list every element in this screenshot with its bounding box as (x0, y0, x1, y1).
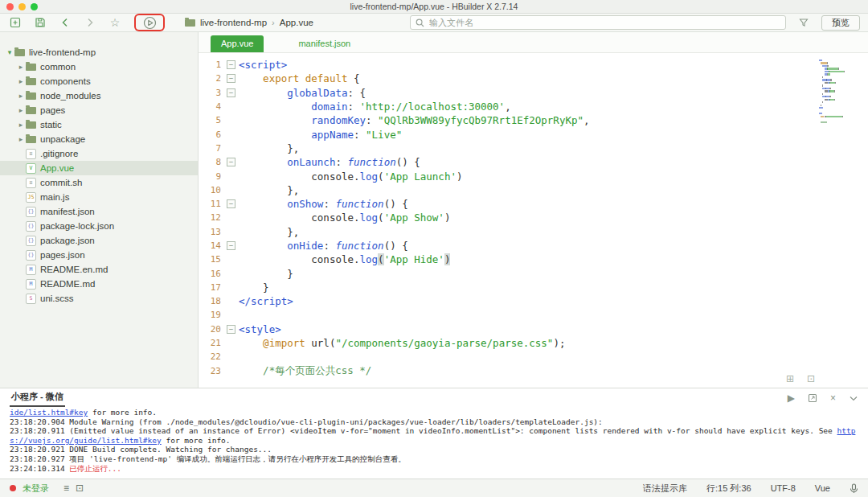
expand-arrow-icon[interactable]: ▸ (16, 121, 26, 129)
forward-icon[interactable] (83, 16, 97, 29)
tree-item-pages[interactable]: ▸pages (0, 103, 198, 117)
line-number: 17 (199, 282, 221, 293)
fold-marker-icon[interactable]: − (227, 158, 235, 166)
tree-item-main.js[interactable]: JSmain.js (0, 190, 198, 204)
code-line[interactable]: 9 console.log('App Launch') (199, 169, 817, 183)
tree-item-README.en.md[interactable]: MREADME.en.md (0, 262, 198, 277)
code-line[interactable]: 23 /*每个页面公共css */ (199, 364, 817, 378)
minimap[interactable] (819, 60, 864, 124)
code-line[interactable]: 10 }, (199, 183, 817, 197)
expand-arrow-icon[interactable]: ▸ (16, 77, 26, 85)
preview-button[interactable]: 预览 (821, 15, 860, 31)
fold-gutter (227, 186, 235, 195)
breadcrumb-project[interactable]: live-frontend-mp (200, 18, 267, 27)
line-number: 5 (199, 115, 221, 125)
expand-arrow-icon[interactable]: ▸ (16, 92, 26, 100)
breadcrumb-file[interactable]: App.vue (280, 18, 313, 27)
title-bar: live-frontend-mp/App.vue - HBuilder X 2.… (0, 0, 868, 14)
fold-marker-icon[interactable]: − (227, 74, 235, 83)
console-toggle-icon[interactable]: ⊡ (76, 483, 84, 494)
outline-icon[interactable]: ⊡ (807, 373, 815, 384)
code-line[interactable]: 3− globalData: { (199, 86, 817, 100)
back-icon[interactable] (58, 16, 72, 29)
console-log[interactable]: ide/list.html#key for more info.23:18:20… (0, 407, 868, 479)
file-encoding[interactable]: UTF-8 (771, 483, 796, 493)
console-tab-weixin[interactable]: 小程序 - 微信 (10, 389, 65, 407)
log-link[interactable]: ide/list.html#key (10, 408, 88, 417)
tree-item-manifest.json[interactable]: {}manifest.json (0, 204, 198, 219)
file-search-box[interactable] (410, 15, 786, 30)
tree-item-.gitignore[interactable]: ≡.gitignore (0, 146, 198, 161)
fold-gutter (227, 228, 235, 236)
expand-arrow-icon[interactable]: ▸ (16, 63, 26, 71)
fold-gutter (227, 339, 235, 347)
tree-item-pages.json[interactable]: {}pages.json (0, 248, 198, 262)
fold-marker-icon[interactable]: − (227, 325, 235, 334)
tree-item-uni.scss[interactable]: Suni.scss (0, 291, 198, 306)
voice-input-icon[interactable] (850, 483, 858, 494)
favorite-star-icon[interactable]: ☆ (108, 16, 122, 29)
code-line[interactable]: 16 } (199, 266, 817, 280)
expand-arrow-icon[interactable]: ▸ (16, 135, 26, 143)
tree-item-components[interactable]: ▸components (0, 74, 198, 88)
fold-marker-icon[interactable]: − (227, 60, 235, 69)
code-line[interactable]: 13 }, (199, 225, 817, 239)
code-line[interactable]: 15 console.log('App Hide') (199, 253, 817, 266)
tree-item-commit.sh[interactable]: ≡commit.sh (0, 175, 198, 190)
open-external-icon[interactable] (808, 393, 817, 403)
fold-marker-icon[interactable]: − (227, 199, 235, 208)
fold-marker-icon[interactable]: − (227, 241, 235, 250)
code-line[interactable]: 17 } (199, 281, 817, 294)
cursor-position[interactable]: 行:15 列:36 (706, 483, 751, 495)
close-window-icon[interactable] (6, 3, 14, 10)
run-log-icon[interactable]: ▶ (788, 392, 795, 404)
code-line[interactable]: 1−<script> (199, 58, 817, 72)
tree-item-App.vue[interactable]: VApp.vue (0, 161, 198, 175)
expand-arrow-icon[interactable]: ▸ (16, 106, 26, 114)
code-line[interactable]: 5 randomKey: "QQlRb3WW89yfycQb97Rrt1Ef2O… (199, 113, 817, 127)
code-line[interactable]: 14− onHide: function() { (199, 239, 817, 253)
outline-list-icon[interactable]: ≡ (63, 483, 69, 494)
tree-item-common[interactable]: ▸common (0, 60, 198, 74)
filter-funnel-icon[interactable] (796, 16, 811, 29)
code-line[interactable]: 11− onShow: function() { (199, 197, 817, 211)
login-status[interactable]: 未登录 (23, 483, 49, 495)
code-line[interactable]: 2− export default { (199, 72, 817, 85)
run-icon[interactable] (142, 16, 157, 29)
code-line[interactable]: 18</script> (199, 294, 817, 308)
file-language[interactable]: Vue (815, 483, 830, 493)
minimize-window-icon[interactable] (18, 3, 26, 10)
code-line[interactable]: 12 console.log('App Show') (199, 211, 817, 224)
code-line[interactable]: 21 @import url("/components/gaoyia-parse… (199, 336, 817, 350)
line-number: 15 (199, 254, 221, 265)
code-line[interactable]: 19 (199, 308, 817, 322)
tree-item-package-lock.json[interactable]: {}package-lock.json (0, 219, 198, 233)
tree-item-node_modules[interactable]: ▸node_modules (0, 88, 198, 103)
save-icon[interactable] (33, 16, 47, 29)
code-view[interactable]: 1−<script>2− export default {3− globalDa… (199, 53, 868, 388)
code-line[interactable]: 4 domain: 'http://localhost:30000', (199, 100, 817, 113)
line-number: 10 (199, 185, 221, 195)
code-line[interactable]: 7 }, (199, 142, 817, 155)
editor-tab-App.vue[interactable]: App.vue (211, 35, 264, 52)
clear-log-icon[interactable]: × (830, 392, 836, 404)
tree-item-static[interactable]: ▸static (0, 117, 198, 132)
tree-item-live-frontend-mp[interactable]: ▾live-frontend-mp (0, 45, 198, 60)
code-line[interactable]: 22 (199, 350, 817, 364)
code-line[interactable]: 20−<style> (199, 322, 817, 336)
syntax-library[interactable]: 语法提示库 (643, 483, 687, 495)
json-file-icon: {} (26, 236, 36, 246)
editor-tab-manifest.json[interactable]: manifest.json (288, 35, 361, 52)
code-line[interactable]: 6 appName: "Live" (199, 127, 817, 141)
collapse-arrow-icon[interactable]: ▾ (5, 48, 14, 56)
tree-item-README.md[interactable]: MREADME.md (0, 277, 198, 291)
split-editor-icon[interactable]: ⊞ (786, 373, 794, 384)
code-line[interactable]: 8− onLaunch: function() { (199, 155, 817, 169)
search-input[interactable] (429, 18, 780, 27)
tree-item-package.json[interactable]: {}package.json (0, 233, 198, 248)
new-file-icon[interactable] (8, 16, 23, 29)
tree-item-unpackage[interactable]: ▸unpackage (0, 132, 198, 146)
maximize-window-icon[interactable] (31, 3, 38, 10)
fold-marker-icon[interactable]: − (227, 88, 235, 97)
collapse-panel-icon[interactable] (849, 393, 858, 403)
